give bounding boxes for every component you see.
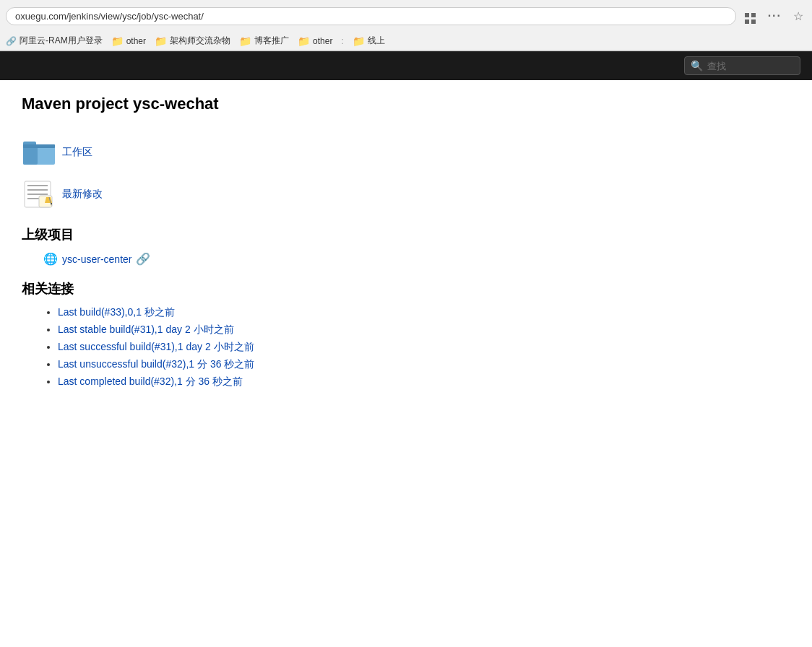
folder-icon: 📁 [353,35,365,47]
search-box[interactable]: 🔍 [684,56,800,75]
list-item: Last successful build(#31),1 day 2 小时之前 [58,341,629,354]
bookmark-label: other [126,36,146,46]
grid-button[interactable] [742,4,759,27]
more-button[interactable]: ··· [765,6,785,25]
bookmark-label: 架构师交流杂物 [170,35,230,47]
list-item: Last unsuccessful build(#32),1 分 36 秒之前 [58,358,629,371]
address-bar[interactable]: oxuegu.com/jenkins/view/ysc/job/ysc-wech… [6,7,736,25]
list-item: Last build(#33),0,1 秒之前 [58,306,629,319]
parent-section-heading: 上级项目 [22,226,629,243]
bookmark-button[interactable]: ☆ [790,6,806,26]
links-section: 工作区 最新修改 [22,135,629,212]
last-build-link[interactable]: Last build(#33),0,1 秒之前 [58,306,175,318]
list-item: Last completed build(#32),1 分 36 秒之前 [58,375,629,388]
related-links-section: Last build(#33),0,1 秒之前 Last stable buil… [43,306,629,388]
bookmark-label: 线上 [368,35,385,47]
bookmarks-bar: 🔗 阿里云-RAM用户登录 📁 other 📁 架构师交流杂物 📁 博客推广 📁… [0,32,812,51]
last-unsuccessful-link[interactable]: Last unsuccessful build(#32),1 分 36 秒之前 [58,358,254,370]
bookmark-architect[interactable]: 📁 架构师交流杂物 [155,35,230,47]
workspace-link[interactable]: 工作区 [62,146,92,159]
bookmark-other1[interactable]: 📁 other [111,35,146,47]
search-input[interactable] [707,61,794,71]
workspace-item: 工作区 [22,135,629,170]
bookmark-label: 阿里云-RAM用户登录 [20,35,103,47]
page-title: Maven project ysc-wechat [22,95,629,113]
bookmark-blog[interactable]: 📁 博客推广 [239,35,289,47]
separator: : [341,36,343,46]
folder-icon: 📁 [155,35,167,47]
list-item: Last stable build(#31),1 day 2 小时之前 [58,324,629,336]
bookmark-online[interactable]: 📁 线上 [353,35,385,47]
chain-icon: 🔗 [136,252,150,266]
grid-icon [745,13,756,25]
bookmark-other2[interactable]: 📁 other [298,35,332,47]
last-completed-link[interactable]: Last completed build(#32),1 分 36 秒之前 [58,375,243,387]
folder-icon: 📁 [298,35,310,47]
last-successful-link[interactable]: Last successful build(#31),1 day 2 小时之前 [58,341,254,352]
bookmark-aliyun[interactable]: 🔗 阿里云-RAM用户登录 [6,35,103,47]
recent-changes-link[interactable]: 最新修改 [62,188,103,201]
globe-icon: 🌐 [43,252,58,266]
jenkins-topbar: 🔍 [0,51,812,80]
parent-project: 🌐 ysc-user-center 🔗 [43,252,629,266]
related-section-heading: 相关连接 [22,280,629,298]
svg-rect-3 [23,144,55,148]
bookmark-label: 博客推广 [254,35,289,47]
recent-changes-icon [22,177,56,212]
folder-icon: 📁 [111,35,124,47]
bookmark-label: other [313,36,332,46]
folder-icon: 📁 [239,35,251,47]
last-stable-link[interactable]: Last stable build(#31),1 day 2 小时之前 [58,324,234,335]
parent-project-link[interactable]: ysc-user-center [62,253,131,265]
search-icon: 🔍 [691,60,703,71]
link-icon: 🔗 [6,36,17,46]
workspace-folder-icon [22,135,56,170]
main-content: Maven project ysc-wechat 工作区 [0,80,650,407]
recent-changes-item: 最新修改 [22,177,629,212]
